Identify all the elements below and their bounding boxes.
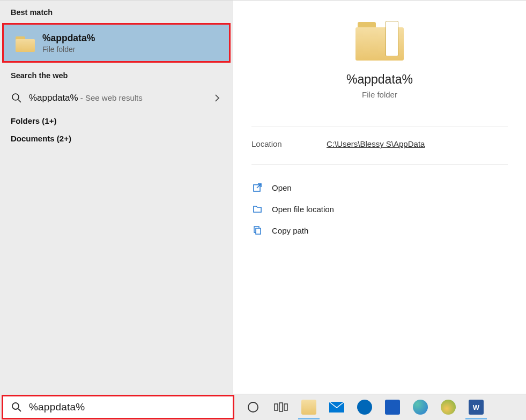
- web-suffix-text: - See web results: [78, 93, 143, 102]
- svg-point-7: [248, 402, 258, 412]
- folder-icon: [355, 22, 404, 61]
- svg-rect-8: [275, 404, 278, 410]
- taskbar: %appdata% W: [0, 394, 526, 420]
- chevron-right-icon: [214, 94, 222, 102]
- taskbar-icons: W: [236, 394, 526, 420]
- search-input-value: %appdata%: [29, 401, 85, 413]
- folder-outline-icon: [251, 203, 263, 215]
- folder-icon: [16, 35, 35, 51]
- svg-rect-9: [279, 403, 283, 411]
- action-label: Open: [272, 183, 292, 192]
- taskbar-dell[interactable]: [352, 395, 377, 419]
- search-icon: [11, 92, 23, 104]
- category-documents[interactable]: Documents (2+): [0, 129, 233, 146]
- web-result-row[interactable]: %appdata% - See web results: [0, 85, 233, 111]
- svg-line-6: [18, 409, 21, 411]
- svg-point-0: [12, 94, 19, 100]
- copy-icon: [251, 224, 263, 236]
- web-query-text: %appdata%: [29, 93, 78, 103]
- location-label: Location: [251, 139, 327, 148]
- search-results-panel: Best match %appdata% File folder Search …: [0, 0, 233, 394]
- preview-subtitle: File folder: [362, 90, 397, 99]
- taskbar-task-view[interactable]: [268, 395, 294, 419]
- preview-panel: %appdata% File folder Location C:\Users\…: [233, 0, 526, 394]
- action-copy-path[interactable]: Copy path: [251, 220, 508, 241]
- taskbar-cortana-circle[interactable]: [240, 395, 266, 419]
- taskbar-word[interactable]: W: [463, 395, 489, 419]
- best-match-subtitle: File folder: [42, 45, 95, 54]
- svg-line-1: [18, 100, 21, 102]
- preview-title: %appdata%: [346, 72, 413, 87]
- action-open-file-location[interactable]: Open file location: [251, 198, 508, 220]
- search-icon: [11, 401, 23, 413]
- search-web-heading: Search the web: [0, 68, 233, 85]
- taskbar-mail[interactable]: [324, 395, 350, 419]
- best-match-result[interactable]: %appdata% File folder: [2, 23, 231, 63]
- svg-rect-4: [256, 228, 261, 234]
- best-match-heading: Best match: [0, 5, 233, 22]
- action-open[interactable]: Open: [251, 177, 508, 198]
- best-match-title: %appdata%: [42, 33, 95, 44]
- svg-rect-10: [284, 404, 287, 410]
- svg-point-5: [12, 403, 19, 409]
- action-label: Copy path: [272, 226, 308, 235]
- taskbar-browser[interactable]: [435, 395, 461, 419]
- search-input[interactable]: %appdata%: [2, 395, 234, 419]
- action-label: Open file location: [272, 205, 334, 214]
- taskbar-file-explorer[interactable]: [296, 395, 322, 419]
- location-link[interactable]: C:\Users\Blessy S\AppData: [327, 139, 425, 148]
- category-folders[interactable]: Folders (1+): [0, 111, 233, 129]
- open-icon: [251, 182, 263, 193]
- taskbar-edge-legacy[interactable]: [408, 395, 433, 419]
- taskbar-word-doc[interactable]: [380, 395, 405, 419]
